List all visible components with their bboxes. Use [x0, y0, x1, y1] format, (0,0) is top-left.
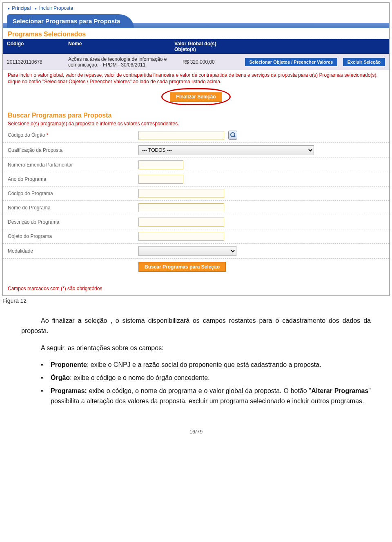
cell-codigo: 2011320110678 — [7, 59, 68, 65]
chevron-right-icon: ▸ — [8, 6, 10, 11]
screenshot-panel: ▸ Principal ▸ Incluir Proposta Seleciona… — [2, 2, 390, 296]
objeto-programa-input[interactable] — [138, 232, 224, 241]
required-fields-note: Campos marcados com (*) são obrigatórios — [3, 276, 389, 295]
cell-nome: Ações na área de tecnologia de informaçã… — [68, 56, 183, 68]
th-nome: Nome — [68, 41, 174, 52]
numero-emenda-input[interactable] — [138, 160, 183, 169]
codigo-orgao-input[interactable] — [138, 131, 224, 140]
ano-programa-input[interactable] — [138, 175, 183, 184]
qualificacao-select[interactable]: --- TODOS --- — [138, 145, 314, 155]
excluir-selecao-button[interactable]: Excluir Seleção — [343, 58, 385, 66]
label-objeto-programa: Objeto do Programa — [8, 233, 138, 239]
document-body: Ao finalizar a seleção , o sistema dispo… — [21, 315, 371, 406]
nome-programa-input[interactable] — [138, 203, 224, 212]
table-row: 2011320110678 Ações na área de tecnologi… — [3, 54, 389, 70]
label-modalidade: Modalidade — [8, 248, 138, 254]
label-ano-programa: Ano do Programa — [8, 176, 138, 182]
paragraph: Ao finalizar a seleção , o sistema dispo… — [21, 315, 371, 336]
section-programas-selecionados: Programas Selecionados — [3, 28, 389, 39]
page-number: 16/79 — [0, 429, 392, 443]
breadcrumb-incluir[interactable]: Incluir Proposta — [39, 5, 73, 11]
highlight-circle: Finalizar Seleção — [161, 88, 230, 105]
ribbon-header: Selecionar Programas para Proposta — [3, 14, 389, 28]
label-numero-emenda: Numero Emenda Parlamentar — [8, 162, 138, 168]
search-icon[interactable] — [228, 131, 237, 140]
list-item: Órgão: exibe o código e o nome do órgão … — [41, 373, 371, 383]
list-item: Programas: exibe o código, o nome do pro… — [41, 386, 371, 406]
descricao-programa-input[interactable] — [138, 218, 224, 227]
th-valor: Valor Global do(s) Objeto(s) — [174, 41, 232, 52]
cell-valor: R$ 320.000,00 — [183, 59, 240, 65]
table-header: Código Nome Valor Global do(s) Objeto(s) — [3, 39, 389, 54]
selecionar-objetos-button[interactable]: Selecionar Objetos / Preencher Valores — [245, 58, 338, 66]
codigo-programa-input[interactable] — [138, 189, 224, 198]
list-item: Proponente: exibe o CNPJ e a razão socia… — [41, 360, 371, 370]
label-nome-programa: Nome do Programa — [8, 205, 138, 211]
label-codigo-orgao: Código do Órgão * — [8, 132, 138, 138]
th-codigo: Código — [7, 41, 68, 52]
figure-caption: Figura 12 — [2, 298, 392, 304]
page-title: Selecionar Programas para Proposta — [7, 14, 134, 28]
buscar-programas-button[interactable]: Buscar Programas para Seleção — [138, 262, 226, 272]
modalidade-select[interactable] — [138, 246, 236, 256]
finalizar-selecao-button[interactable]: Finalizar Seleção — [170, 92, 222, 102]
label-qualificacao: Qualificação da Proposta — [8, 147, 138, 153]
section-buscar-programas: Buscar Programas para Proposta — [3, 109, 389, 120]
label-codigo-programa: Código do Programa — [8, 191, 138, 196]
breadcrumb-principal[interactable]: Principal — [12, 5, 31, 11]
breadcrumb: ▸ Principal ▸ Incluir Proposta — [3, 3, 389, 13]
chevron-right-icon: ▸ — [35, 6, 37, 11]
label-descricao-programa: Descrição do Programa — [8, 219, 138, 225]
section-instruction: Selecione o(s) programa(s) da proposta e… — [3, 120, 389, 128]
paragraph: A seguir, as orientações sobre os campos… — [21, 343, 371, 353]
instruction-text: Para incluir o valor global, valor de re… — [3, 70, 389, 86]
